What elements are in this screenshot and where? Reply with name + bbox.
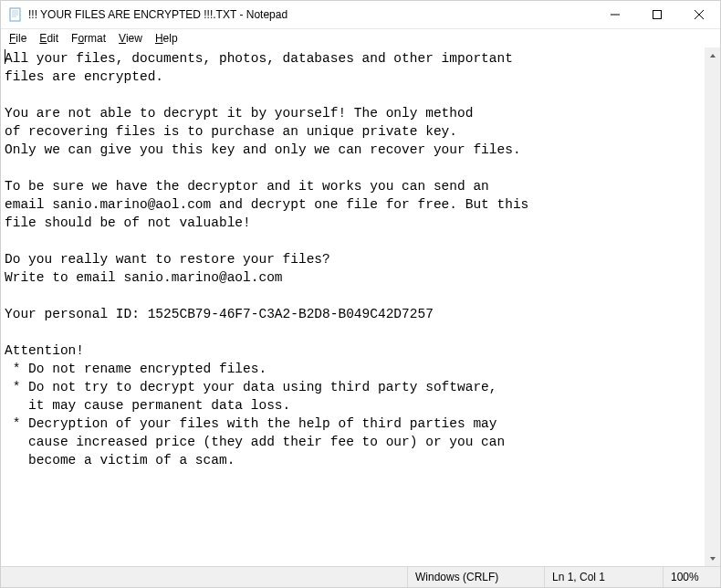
close-button[interactable] bbox=[678, 1, 720, 28]
status-spacer bbox=[1, 567, 408, 587]
text-cursor bbox=[5, 49, 5, 64]
svg-rect-6 bbox=[653, 11, 662, 19]
scroll-down-button[interactable] bbox=[705, 551, 720, 566]
content-area: All your files, documents, photos, datab… bbox=[1, 47, 720, 566]
svg-marker-10 bbox=[710, 557, 716, 561]
scroll-up-button[interactable] bbox=[705, 47, 720, 63]
vertical-scrollbar[interactable] bbox=[705, 47, 720, 566]
menu-help[interactable]: Help bbox=[149, 31, 184, 46]
window-controls bbox=[594, 1, 720, 28]
svg-marker-9 bbox=[710, 54, 716, 58]
minimize-button[interactable] bbox=[594, 1, 636, 28]
status-zoom: 100% bbox=[664, 567, 720, 587]
window-title: !!! YOUR FILES ARE ENCRYPTED !!!.TXT - N… bbox=[28, 8, 594, 21]
maximize-button[interactable] bbox=[636, 1, 678, 28]
text-area-wrap: All your files, documents, photos, datab… bbox=[1, 47, 720, 566]
menu-edit[interactable]: Edit bbox=[33, 31, 65, 46]
status-encoding: Windows (CRLF) bbox=[408, 567, 545, 587]
menu-file[interactable]: File bbox=[3, 31, 33, 46]
text-editor[interactable]: All your files, documents, photos, datab… bbox=[1, 47, 720, 471]
title-bar: !!! YOUR FILES ARE ENCRYPTED !!!.TXT - N… bbox=[1, 1, 720, 29]
menu-view[interactable]: View bbox=[112, 31, 149, 46]
menu-format[interactable]: Format bbox=[65, 31, 112, 46]
menu-bar: File Edit Format View Help bbox=[1, 29, 720, 47]
status-bar: Windows (CRLF) Ln 1, Col 1 100% bbox=[1, 566, 720, 587]
status-position: Ln 1, Col 1 bbox=[545, 567, 664, 587]
notepad-icon bbox=[8, 7, 23, 22]
scroll-track[interactable] bbox=[705, 63, 720, 551]
